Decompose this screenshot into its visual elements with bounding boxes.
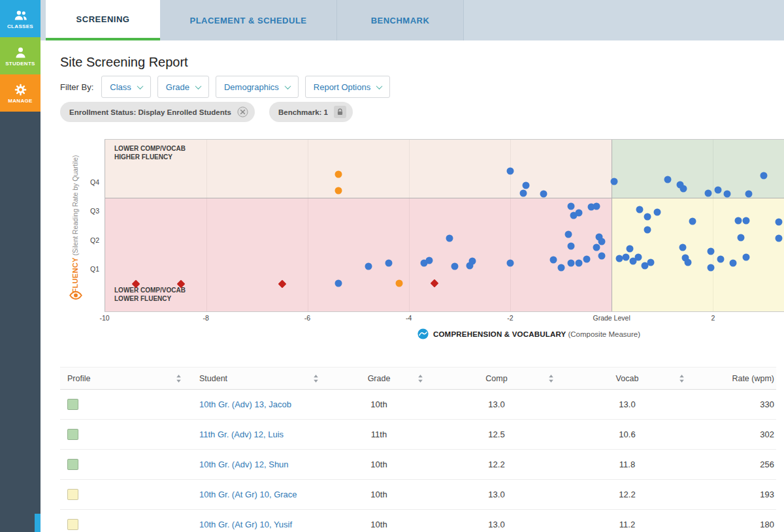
- student-blue-point[interactable]: [730, 260, 737, 267]
- student-blue-point[interactable]: [598, 238, 605, 245]
- y-tick-label: Q3: [90, 207, 99, 215]
- student-blue-point[interactable]: [636, 206, 644, 213]
- student-blue-point[interactable]: [626, 245, 633, 252]
- student-link[interactable]: 10th Gr. (Adv) 12, Shun: [199, 460, 289, 469]
- student-blue-point[interactable]: [446, 235, 453, 242]
- student-row: 10th Gr. (Adv) 13, Jacob10th13.013.0330: [60, 390, 776, 420]
- sort-icon[interactable]: [548, 374, 554, 383]
- sidebar-item-students[interactable]: STUDENTS: [0, 37, 41, 74]
- student-blue-point[interactable]: [707, 247, 714, 255]
- student-blue-point[interactable]: [557, 264, 564, 272]
- student-blue-point[interactable]: [565, 230, 572, 238]
- student-blue-point[interactable]: [583, 256, 590, 263]
- student-blue-point[interactable]: [634, 253, 642, 260]
- table-header-row: ProfileStudentGradeCompVocabRate (wpm): [60, 367, 776, 390]
- sidebar-item-label: MANAGE: [8, 98, 32, 104]
- student-blue-point[interactable]: [679, 244, 686, 251]
- sidebar-item-manage[interactable]: MANAGE: [0, 74, 41, 112]
- student-link[interactable]: 10th Gr. (Adv) 13, Jacob: [199, 399, 291, 409]
- x-tick-label: Grade Level: [593, 314, 630, 322]
- student-blue-point[interactable]: [611, 178, 618, 185]
- student-blue-point[interactable]: [647, 259, 655, 266]
- student-link[interactable]: 11th Gr. (Adv) 12, Luis: [199, 430, 284, 439]
- sort-icon[interactable]: [313, 374, 319, 383]
- sort-icon[interactable]: [176, 374, 182, 383]
- filter-dropdown-demographics[interactable]: Demographics: [216, 76, 299, 98]
- student-blue-point[interactable]: [707, 264, 714, 272]
- student-blue-point[interactable]: [568, 202, 575, 210]
- student-blue-point[interactable]: [540, 191, 547, 198]
- student-blue-point[interactable]: [575, 260, 582, 267]
- student-blue-point[interactable]: [575, 209, 582, 216]
- student-blue-point[interactable]: [776, 219, 783, 226]
- scatter-plot[interactable]: LOWER COMP/VOCABHIGHER FLUENCYLOWER COMP…: [105, 139, 784, 312]
- filter-dropdown-grade[interactable]: Grade: [157, 76, 209, 98]
- student-blue-point[interactable]: [507, 168, 514, 175]
- student-blue-point[interactable]: [385, 260, 393, 267]
- student-blue-point[interactable]: [735, 217, 742, 224]
- student-row: 10th Gr. (Adv) 12, Shun10th12.211.8256: [60, 450, 776, 480]
- student-blue-point[interactable]: [745, 191, 752, 198]
- student-blue-point[interactable]: [738, 234, 745, 242]
- student-blue-point[interactable]: [522, 182, 529, 189]
- column-header-grade[interactable]: Grade: [327, 368, 431, 389]
- student-blue-point[interactable]: [507, 260, 514, 267]
- comp-cell: 12.2: [431, 450, 562, 479]
- student-blue-point[interactable]: [644, 213, 651, 221]
- student-blue-point[interactable]: [335, 280, 342, 287]
- student-blue-point[interactable]: [717, 256, 725, 263]
- student-blue-point[interactable]: [365, 263, 372, 270]
- student-blue-point[interactable]: [451, 263, 459, 270]
- student-orange-point[interactable]: [335, 187, 342, 195]
- column-header-vocab[interactable]: Vocab: [562, 368, 693, 389]
- student-blue-point[interactable]: [776, 235, 783, 242]
- comprehension-icon: [417, 328, 429, 339]
- grade-cell: 10th: [327, 480, 431, 509]
- column-header-student[interactable]: Student: [189, 368, 327, 389]
- student-blue-point[interactable]: [623, 253, 630, 260]
- student-blue-point[interactable]: [724, 191, 731, 198]
- student-link[interactable]: 10th Gr. (At Gr) 10, Yusif: [199, 520, 292, 529]
- student-blue-point[interactable]: [680, 185, 687, 192]
- student-blue-point[interactable]: [715, 186, 722, 193]
- close-icon[interactable]: [237, 106, 248, 117]
- student-blue-point[interactable]: [684, 259, 691, 266]
- student-blue-point[interactable]: [593, 202, 600, 210]
- column-header-comp[interactable]: Comp: [431, 368, 562, 389]
- sidebar-item-classes[interactable]: CLASSES: [0, 0, 41, 37]
- student-blue-point[interactable]: [654, 208, 661, 215]
- student-blue-point[interactable]: [550, 257, 557, 264]
- student-orange-point[interactable]: [335, 170, 342, 178]
- student-blue-point[interactable]: [469, 258, 476, 265]
- tab-benchmark[interactable]: BENCHMARK: [337, 0, 464, 40]
- tab-screening[interactable]: SCREENING: [46, 0, 160, 40]
- students-icon: [14, 46, 27, 59]
- student-orange-point[interactable]: [395, 280, 402, 287]
- filter-dropdown-class[interactable]: Class: [101, 76, 151, 98]
- student-blue-point[interactable]: [426, 257, 433, 264]
- student-blue-point[interactable]: [689, 217, 696, 225]
- student-blue-point[interactable]: [664, 176, 671, 183]
- student-blue-point[interactable]: [593, 244, 600, 251]
- vocab-cell: 12.2: [562, 480, 693, 509]
- sort-icon[interactable]: [679, 374, 685, 383]
- student-blue-point[interactable]: [568, 260, 575, 267]
- student-blue-point[interactable]: [742, 253, 749, 260]
- profile-swatch: [67, 489, 78, 500]
- filter-dropdown-report-options[interactable]: Report Options: [305, 76, 390, 98]
- student-link[interactable]: 10th Gr. (At Gr) 10, Grace: [199, 490, 297, 499]
- student-blue-point[interactable]: [568, 243, 575, 250]
- column-header-rate-wpm[interactable]: Rate (wpm): [693, 368, 776, 389]
- student-blue-point[interactable]: [760, 172, 767, 179]
- active-filter-chips: Enrollment Status: Display Enrolled Stud…: [60, 102, 367, 122]
- student-blue-point[interactable]: [598, 253, 605, 260]
- student-blue-point[interactable]: [742, 217, 749, 224]
- sidebar-scrollbar[interactable]: [35, 514, 41, 532]
- student-blue-point[interactable]: [644, 227, 651, 234]
- tab-placement-schedule[interactable]: PLACEMENT & SCHEDULE: [160, 0, 337, 40]
- student-blue-point[interactable]: [704, 190, 711, 197]
- y-tick-label: Q4: [90, 178, 99, 186]
- column-header-profile[interactable]: Profile: [60, 368, 189, 389]
- student-blue-point[interactable]: [519, 190, 527, 197]
- sort-icon[interactable]: [417, 374, 423, 383]
